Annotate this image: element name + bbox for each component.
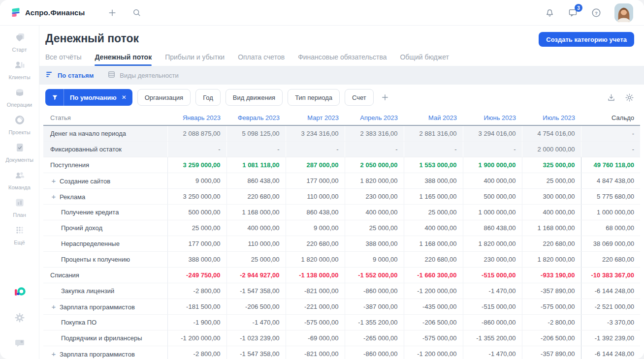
table-row[interactable]: Поступления3 259 000,001 081 118,00287 0… — [43, 157, 640, 173]
table-row[interactable]: +Реклама3 250 000,00220 680,00110 000,00… — [43, 188, 640, 204]
row-label-cell: Проценты к получению — [43, 251, 167, 267]
sidebar-item-start[interactable]: Старт — [2, 31, 37, 53]
expand-icon[interactable]: + — [50, 350, 57, 358]
cell-value: - — [286, 141, 345, 157]
table-row[interactable]: Прочий доход25 000,00400 000,009 000,002… — [43, 220, 640, 236]
cell-saldo: -6 144 248,00 — [581, 283, 640, 299]
tab-total-budget[interactable]: Общий бюджет — [400, 53, 449, 66]
table-row[interactable]: Подрядчики и фрилансеры-1 200 000,00-1 0… — [43, 330, 640, 346]
cell-value: 25 000,00 — [167, 220, 226, 236]
column-header-article[interactable]: Статья — [43, 110, 167, 125]
remove-filter-icon[interactable]: ✕ — [120, 94, 132, 101]
sidebar-item-label: Старт — [12, 47, 27, 53]
expand-icon[interactable]: + — [50, 192, 57, 201]
row-label-cell: +Создание сайтов — [43, 173, 167, 188]
support-chat-icon[interactable] — [14, 337, 26, 351]
cell-value: -1 355 200,00 — [463, 330, 522, 346]
sidebar-item-plan[interactable]: План — [2, 197, 37, 218]
cell-value: 287 000,00 — [286, 157, 345, 173]
brand[interactable]: Аспро.Финансы — [11, 7, 85, 19]
filter-chip-default[interactable]: По умолчанию✕ — [45, 89, 132, 106]
sidebar-item-documents[interactable]: Документы — [2, 142, 37, 163]
create-icon[interactable] — [107, 8, 117, 18]
sidebar-item-clients[interactable]: Клиенты — [2, 59, 37, 80]
viewtab-by-articles[interactable]: По статьям — [45, 70, 94, 80]
sidebar-item-label: Команда — [8, 184, 31, 190]
table-row[interactable]: Проценты к получению388 000,0025 000,001… — [43, 251, 640, 267]
tab-cash-flow[interactable]: Денежный поток — [95, 53, 152, 66]
settings-icon[interactable] — [14, 312, 26, 326]
sidebar-item-projects[interactable]: Проекты — [2, 114, 37, 135]
cell-saldo: 5 775 680,00 — [581, 188, 640, 204]
sidebar-item-team[interactable]: Команда — [2, 169, 37, 190]
cell-saldo: -10 383 367,00 — [581, 267, 640, 283]
notifications-icon[interactable] — [545, 7, 555, 18]
funnel-icon — [45, 94, 64, 101]
table-row[interactable]: +Создание сайтов9 000,00860 438,00177 00… — [43, 173, 640, 188]
sidebar-item-operations[interactable]: Операции — [2, 87, 37, 108]
column-header-saldo[interactable]: Сальдо — [581, 110, 640, 125]
cell-value: -821 000,00 — [286, 283, 345, 299]
cell-saldo: -6 144 248,00 — [581, 346, 640, 359]
table-row[interactable]: Покупка ПО-1 900,00-1 470,00-575 000,00-… — [43, 314, 640, 330]
cell-value: -860 000,00 — [463, 314, 522, 330]
search-icon[interactable] — [132, 8, 141, 17]
column-header-month[interactable]: Февраль 2023 — [226, 110, 286, 125]
cell-value: -249 750,00 — [167, 267, 226, 283]
cell-value: -1 547 358,00 — [226, 346, 286, 359]
table-row[interactable]: Фиксированный остаток------2 000 000,00- — [43, 141, 640, 157]
cell-value: 400 000,00 — [463, 173, 522, 188]
add-filter-button[interactable] — [379, 93, 391, 102]
table-row[interactable]: Закупка лицензий-2 800,00-1 547 358,00-8… — [43, 283, 640, 299]
table-row[interactable]: Получение кредита500 000,001 168 000,008… — [43, 204, 640, 220]
filter-chip-0[interactable]: Организация — [137, 89, 191, 106]
messages-icon[interactable]: 3 — [568, 7, 578, 18]
avatar[interactable] — [614, 3, 633, 22]
cell-saldo: 68 000,00 — [581, 220, 640, 236]
table-row[interactable]: +Зарплата программистов-2 800,00-1 547 3… — [43, 346, 640, 359]
filter-chip-1[interactable]: Год — [195, 89, 221, 106]
tab-profit-loss[interactable]: Прибыли и убытки — [165, 53, 225, 66]
team-icon — [14, 169, 26, 183]
column-header-month[interactable]: Апрель 2023 — [345, 110, 404, 125]
sidebar-item-more[interactable]: Ещё — [2, 224, 37, 245]
filter-chip-4[interactable]: Счет — [345, 89, 374, 106]
row-label: Зарплата программистов — [60, 303, 135, 311]
create-category-button[interactable]: Создать категорию учета — [539, 32, 634, 47]
cell-value: -69 000,00 — [286, 330, 345, 346]
cell-value: 2 050 000,00 — [345, 157, 404, 173]
cell-value: 1 820 000,00 — [463, 236, 522, 251]
help-icon[interactable]: ? — [591, 7, 602, 18]
row-label-cell: +Зарплата программистов — [43, 299, 167, 314]
sidebar-item-label: План — [13, 212, 26, 218]
table-row[interactable]: Списания-249 750,00-2 944 927,00-1 138 0… — [43, 267, 640, 283]
tab-all-reports[interactable]: Все отчёты — [45, 53, 81, 66]
expand-icon[interactable]: + — [50, 177, 57, 185]
tab-bill-payment[interactable]: Оплата счетов — [238, 53, 285, 66]
download-icon[interactable] — [607, 93, 616, 102]
expand-icon[interactable]: + — [50, 302, 57, 311]
cell-value: 500 000,00 — [463, 188, 522, 204]
table-row[interactable]: Нераспределенные177 000,00110 000,00220 … — [43, 236, 640, 251]
column-header-month[interactable]: Январь 2023 — [167, 110, 226, 125]
table-row[interactable]: Денег на начало периода2 088 875,005 098… — [43, 125, 640, 141]
sort-icon — [45, 70, 54, 80]
row-label: Создание сайтов — [60, 178, 110, 185]
tab-liabilities[interactable]: Финансовые обязательства — [298, 53, 386, 66]
cell-value: 2 088 875,00 — [167, 125, 226, 141]
aspro-brand-icon[interactable] — [13, 285, 26, 300]
viewtab-by-activity[interactable]: Виды деятельности — [107, 70, 178, 80]
cell-value: 400 000,00 — [226, 220, 286, 236]
cell-saldo: 49 760 118,00 — [581, 157, 640, 173]
column-header-month[interactable]: Март 2023 — [286, 110, 345, 125]
column-header-month[interactable]: Июнь 2023 — [463, 110, 522, 125]
table-settings-icon[interactable] — [625, 93, 634, 102]
row-label: Закупка лицензий — [61, 287, 114, 295]
filter-chip-3[interactable]: Тип периода — [288, 89, 340, 106]
cell-value: -575 000,00 — [404, 330, 463, 346]
filter-chip-2[interactable]: Вид движения — [225, 89, 283, 106]
sidebar-item-label: Операции — [7, 102, 32, 108]
column-header-month[interactable]: Июль 2023 — [522, 110, 581, 125]
table-row[interactable]: +Зарплата программистов-181 500,00-206 5… — [43, 299, 640, 314]
column-header-month[interactable]: Май 2023 — [404, 110, 463, 125]
